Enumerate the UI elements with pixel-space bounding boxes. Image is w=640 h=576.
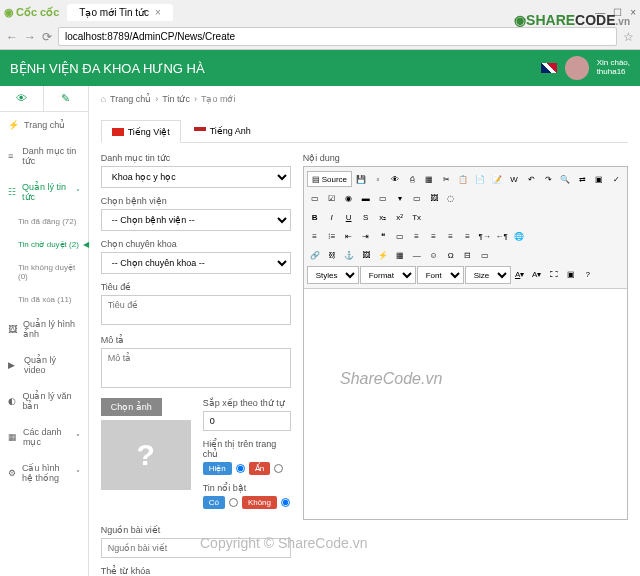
close-window-icon[interactable]: × [630,7,636,18]
sidebar-item-categories[interactable]: ≡Danh mục tin tức [0,138,88,174]
sidebar-item-video[interactable]: ▶Quản lý video [0,347,88,383]
image-insert-icon[interactable]: 🖼 [358,247,374,263]
specialchar-icon[interactable]: Ω [443,247,459,263]
submenu-deleted[interactable]: Tin đã xóa (11) [0,288,88,311]
button-icon[interactable]: ▭ [409,190,425,206]
bold-icon[interactable]: B [307,209,323,225]
font-select[interactable]: Font [417,266,464,284]
editor-body[interactable] [304,289,627,519]
replace-icon[interactable]: ⇄ [574,171,590,187]
form-icon[interactable]: ▭ [307,190,323,206]
sidebar-item-all-categories[interactable]: ▦Các danh mục˅ [0,419,88,455]
url-input[interactable] [58,27,617,46]
pagebreak-icon[interactable]: ⊟ [460,247,476,263]
sidebar-item-settings[interactable]: ⚙Cấu hình hệ thống˅ [0,455,88,491]
featured-no-radio[interactable] [281,498,290,507]
underline-icon[interactable]: U [341,209,357,225]
textarea-icon[interactable]: ▭ [375,190,391,206]
superscript-icon[interactable]: x² [392,209,408,225]
anchor-icon[interactable]: ⚓ [341,247,357,263]
preview-icon[interactable]: 👁 [387,171,403,187]
flash-icon[interactable]: ⚡ [375,247,391,263]
title-input[interactable] [101,295,291,325]
bgcolor-icon[interactable]: A▾ [529,266,545,282]
featured-yes-radio[interactable] [229,498,238,507]
div-icon[interactable]: ▭ [392,228,408,244]
close-icon[interactable]: × [155,7,161,18]
smiley-icon[interactable]: ☺ [426,247,442,263]
forward-icon[interactable]: → [24,30,36,44]
hospital-select[interactable]: -- Chọn bệnh viện -- [101,209,291,231]
align-center-icon[interactable]: ≡ [426,228,442,244]
table-insert-icon[interactable]: ▦ [392,247,408,263]
back-icon[interactable]: ← [6,30,18,44]
find-icon[interactable]: 🔍 [557,171,573,187]
indent-icon[interactable]: ⇥ [358,228,374,244]
about-icon[interactable]: ? [580,266,596,282]
hr-icon[interactable]: — [409,247,425,263]
spellcheck-icon[interactable]: ✓ [608,171,624,187]
imagebutton-icon[interactable]: 🖼 [426,190,442,206]
link-icon[interactable]: 🔗 [307,247,323,263]
dept-select[interactable]: -- Chọn chuyên khoa -- [101,252,291,274]
sort-input[interactable] [203,411,291,431]
removeformat-icon[interactable]: Tx [409,209,425,225]
size-select[interactable]: Size [465,266,511,284]
flag-uk-icon[interactable] [541,63,557,73]
source-input[interactable] [101,538,291,558]
bookmark-icon[interactable]: ☆ [623,30,634,44]
cut-icon[interactable]: ✂ [438,171,454,187]
paste-text-icon[interactable]: 📝 [489,171,505,187]
select-all-icon[interactable]: ▣ [591,171,607,187]
new-icon[interactable]: ▫ [370,171,386,187]
maximize-editor-icon[interactable]: ⛶ [546,266,562,282]
unlink-icon[interactable]: ⛓ [324,247,340,263]
submenu-rejected[interactable]: Tin không duyệt (0) [0,256,88,288]
browser-tab[interactable]: Tạo mới Tin tức × [67,4,173,21]
print-icon[interactable]: ⎙ [404,171,420,187]
tab-vietnamese[interactable]: Tiếng Việt [101,120,181,143]
select-icon[interactable]: ▾ [392,190,408,206]
reload-icon[interactable]: ⟳ [42,30,52,44]
radio-icon[interactable]: ◉ [341,190,357,206]
source-button[interactable]: ▤ Source [307,171,352,187]
strike-icon[interactable]: S [358,209,374,225]
sidebar-item-news[interactable]: ☷Quản lý tin tức˅ [0,174,88,210]
styles-select[interactable]: Styles [307,266,359,284]
choose-image-button[interactable]: Chọn ảnh [101,398,162,416]
submenu-published[interactable]: Tin đã đăng (72) [0,210,88,233]
eye-icon[interactable]: 👁 [0,86,44,111]
copy-icon[interactable]: 📋 [455,171,471,187]
italic-icon[interactable]: I [324,209,340,225]
format-select[interactable]: Format [360,266,416,284]
undo-icon[interactable]: ↶ [523,171,539,187]
sidebar-item-images[interactable]: 🖼Quản lý hình ảnh [0,311,88,347]
rtl-icon[interactable]: ←¶ [494,228,510,244]
sidebar-item-docs[interactable]: ◐Quản lý văn bản [0,383,88,419]
textcolor-icon[interactable]: A▾ [512,266,528,282]
breadcrumb-news[interactable]: Tin tức [162,94,190,104]
align-right-icon[interactable]: ≡ [443,228,459,244]
showblocks-icon[interactable]: ▣ [563,266,579,282]
numberlist-icon[interactable]: ≡ [307,228,323,244]
tab-english[interactable]: Tiếng Anh [183,120,262,142]
textfield-icon[interactable]: ▬ [358,190,374,206]
avatar[interactable] [565,56,589,80]
subscript-icon[interactable]: x₂ [375,209,391,225]
ltr-icon[interactable]: ¶→ [477,228,493,244]
blockquote-icon[interactable]: ❝ [375,228,391,244]
category-select[interactable]: Khoa học y học [101,166,291,188]
save-icon[interactable]: 💾 [353,171,369,187]
sidebar-item-home[interactable]: ⚡Trang chủ [0,112,88,138]
outdent-icon[interactable]: ⇤ [341,228,357,244]
breadcrumb-home[interactable]: Trang chủ [110,94,151,104]
show-yes-radio[interactable] [236,464,245,473]
paste-word-icon[interactable]: W [506,171,522,187]
checkbox-icon[interactable]: ☑ [324,190,340,206]
submenu-pending[interactable]: Tin chờ duyệt (2) [0,233,88,256]
paste-icon[interactable]: 📄 [472,171,488,187]
hiddenfield-icon[interactable]: ◌ [443,190,459,206]
templates-icon[interactable]: ▦ [421,171,437,187]
redo-icon[interactable]: ↷ [540,171,556,187]
justify-icon[interactable]: ≡ [460,228,476,244]
